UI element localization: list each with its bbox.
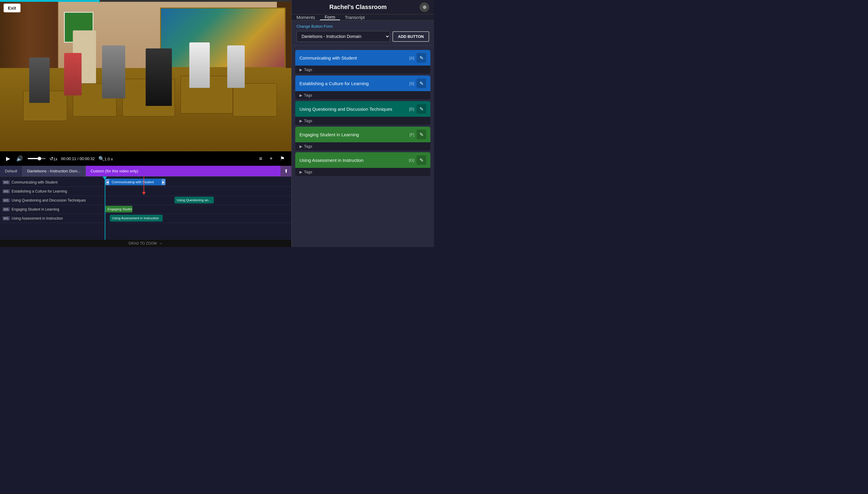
segment-engaging[interactable]: Engaging Student in...	[105, 206, 132, 212]
tags-arrow-icon: ▶	[300, 119, 302, 123]
button-communicating-edit[interactable]: ✎	[417, 53, 426, 62]
student-4	[146, 49, 172, 106]
row-track-1	[105, 187, 291, 195]
segment-questioning[interactable]: Using Questioning an...	[174, 197, 214, 203]
timeline-content: MS Communicating with Student	[0, 177, 291, 240]
progress-fill	[0, 0, 99, 2]
row-track-3: Engaging Student in...	[105, 205, 291, 214]
button-establishing-tags[interactable]: ▶ Tags	[295, 91, 430, 99]
timeline-section: Default Danielsons - Instruction Dom... …	[0, 166, 291, 247]
top-area: Exit	[0, 0, 434, 247]
student-6	[227, 45, 245, 88]
tags-arrow-icon: ▶	[300, 68, 302, 72]
tab-custom[interactable]: Custom (for this video only)	[86, 166, 281, 176]
panel-expand-button[interactable]: ⊕	[419, 2, 429, 12]
form-section: Change Button Form Danielsons - Instruct…	[291, 20, 434, 46]
tab-default[interactable]: Default	[0, 166, 22, 176]
button-establishing-shortcut: [S]	[409, 81, 414, 86]
tags-arrow-icon: ▶	[300, 170, 302, 174]
student-3	[102, 45, 125, 98]
row-label-1: Establishing a Culture for Learning	[12, 189, 67, 193]
playhead-diamond	[102, 177, 107, 179]
form-row: Danielsons - Instruction Domain ADD BUTT…	[297, 31, 429, 42]
button-engaging-tags[interactable]: ▶ Tags	[295, 142, 430, 150]
button-establishing-edit[interactable]: ✎	[417, 78, 426, 88]
list-icon-button[interactable]: ≡	[257, 154, 264, 163]
add-moment-button[interactable]: +	[268, 154, 275, 163]
row-label-3: Engaging Student in Learning	[12, 207, 59, 211]
list-item: Using Questioning and Discussion Techniq…	[295, 101, 430, 125]
play-button[interactable]: ▶	[5, 154, 12, 163]
tags-arrow-icon: ▶	[300, 93, 302, 97]
list-item: Using Assessment in Instruction [G] ✎ ▶ …	[295, 152, 430, 176]
tab-form[interactable]: Form	[320, 15, 340, 20]
segment-communicating[interactable]: ◀ Communicating with Student ▶	[105, 179, 166, 185]
tab-danielsons[interactable]: Danielsons - Instruction Dom...	[22, 166, 86, 176]
button-communicating-label: Communicating with Student	[300, 55, 409, 60]
row-label-0: Communicating with Student	[12, 180, 58, 185]
button-communicating-shortcut: [A]	[409, 56, 414, 60]
row-ms-2: MS	[2, 198, 10, 203]
flag-button[interactable]: ⚑	[278, 154, 286, 163]
button-assessment-header[interactable]: Using Assessment in Instruction [G] ✎	[295, 152, 430, 168]
row-ms-0: MS	[2, 180, 10, 185]
button-assessment-edit[interactable]: ✎	[417, 155, 426, 165]
exit-button[interactable]: Exit	[4, 4, 20, 12]
zoom-button[interactable]: 🔍1.0 x	[98, 156, 113, 162]
segment-handle-left[interactable]: ◀	[106, 179, 109, 185]
panel-header: Rachel's Classroom ⊕	[291, 0, 434, 15]
row-track-4: Using Assessment in Instruction	[105, 214, 291, 223]
right-panel: Rachel's Classroom ⊕ Moments Form Transc…	[291, 0, 434, 247]
red-arrow-indicator	[142, 177, 146, 195]
add-button[interactable]: ADD BUTTON	[393, 31, 429, 42]
progress-marker	[99, 0, 100, 3]
row-ms-1: MS	[2, 189, 10, 193]
table-row: MS Using Questioning and Discussion Tech…	[0, 196, 291, 205]
row-ms-4: MS	[2, 216, 10, 221]
volume-slider[interactable]	[28, 158, 46, 159]
playhead-top	[105, 177, 109, 179]
panel-nav: Moments Form Transcript	[291, 15, 434, 20]
segment-handle-right[interactable]: ▶	[162, 179, 165, 185]
timeline-export-button[interactable]: ⬆	[281, 166, 291, 177]
button-assessment-tags[interactable]: ▶ Tags	[295, 168, 430, 176]
row-label-4: Using Assessment in Instruction	[12, 216, 63, 221]
button-communicating-tags[interactable]: ▶ Tags	[295, 65, 430, 74]
segment-assessment[interactable]: Using Assessment in Instruction	[110, 215, 163, 222]
student-2	[64, 53, 81, 95]
button-questioning-shortcut: [D]	[409, 107, 414, 111]
button-engaging-edit[interactable]: ✎	[417, 130, 426, 139]
board-area	[160, 7, 285, 68]
drag-zoom-bar[interactable]: DRAG TO ZOOM ↔	[0, 240, 291, 247]
video-player	[0, 0, 291, 151]
app-container: Exit	[0, 0, 434, 247]
volume-button[interactable]: 🔊	[15, 154, 24, 163]
button-engaging-label: Engaging Student in Learning	[300, 132, 410, 137]
student-5	[189, 42, 210, 88]
tags-arrow-icon: ▶	[300, 145, 302, 149]
progress-bar[interactable]	[0, 0, 291, 2]
button-questioning-tags[interactable]: ▶ Tags	[295, 117, 430, 125]
button-establishing-header[interactable]: Establishing a Culture for Learning [S] …	[295, 76, 430, 91]
table-row: MS Engaging Student in Learning Engaging…	[0, 205, 291, 214]
button-questioning-label: Using Questioning and Discussion Techniq…	[300, 107, 409, 112]
button-engaging-shortcut: [F]	[410, 132, 414, 137]
table-row: MS Communicating with Student	[0, 178, 291, 187]
row-ms-3: MS	[2, 207, 10, 211]
classroom-scene	[0, 0, 291, 151]
speed-button[interactable]: ↺1x	[49, 156, 57, 162]
tab-transcript[interactable]: Transcript	[340, 15, 370, 20]
table-row: MS Using Assessment in Instruction Using…	[0, 214, 291, 223]
panel-title: Rachel's Classroom	[297, 4, 419, 11]
button-engaging-header[interactable]: Engaging Student in Learning [F] ✎	[295, 127, 430, 142]
tab-moments[interactable]: Moments	[291, 15, 320, 20]
row-track-0: ◀ Communicating with Student ▶	[105, 178, 291, 187]
form-select[interactable]: Danielsons - Instruction Domain	[297, 31, 390, 42]
video-controls: ▶ 🔊 ↺1x 00:00:11 / 00:00:32 🔍1.0 x	[0, 151, 291, 166]
list-item: Establishing a Culture for Learning [S] …	[295, 76, 430, 99]
button-questioning-header[interactable]: Using Questioning and Discussion Techniq…	[295, 101, 430, 117]
button-questioning-edit[interactable]: ✎	[417, 104, 426, 114]
button-communicating-header[interactable]: Communicating with Student [A] ✎	[295, 50, 430, 65]
button-assessment-shortcut: [G]	[409, 158, 414, 163]
change-button-form-label: Change Button Form	[297, 24, 429, 28]
